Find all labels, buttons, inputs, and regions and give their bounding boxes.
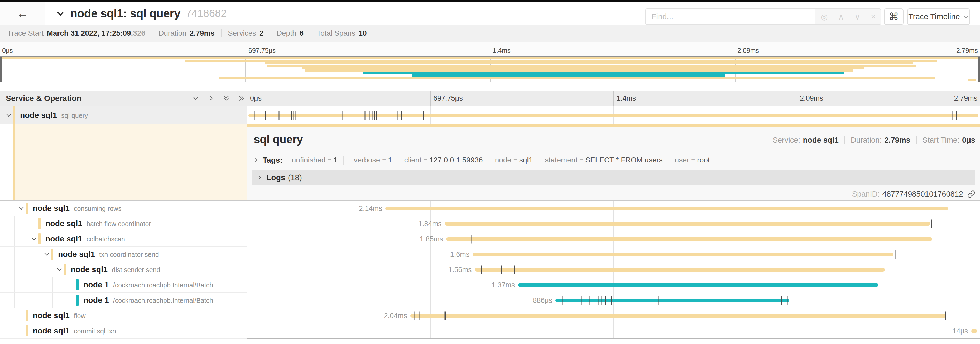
duration-value: 2.79ms xyxy=(189,29,215,37)
span-timeline-cell[interactable]: 2.04ms xyxy=(247,308,980,323)
minimap-left-drag-handle[interactable] xyxy=(0,57,2,82)
collapse-span-chevron-icon[interactable] xyxy=(56,266,63,273)
collapse-span-chevron-icon[interactable] xyxy=(5,112,12,118)
log-event-tick xyxy=(601,296,602,305)
expand-one-icon[interactable] xyxy=(207,94,215,102)
span-bar[interactable] xyxy=(555,299,789,302)
log-event-tick xyxy=(659,296,659,305)
span-name-cell[interactable]: node sql1txn coordinator send xyxy=(0,247,247,262)
tag-equals: = xyxy=(328,157,331,164)
span-row-consuming-rows[interactable]: node sql1consuming rows2.14ms xyxy=(0,201,980,216)
minimap-span-bar xyxy=(968,79,976,82)
time-tick-label: 0μs xyxy=(250,91,262,106)
span-row-sql-query[interactable]: node sql1sql query xyxy=(0,107,980,124)
minimap-tick-label: 1.4ms xyxy=(493,47,511,54)
span-row--cockroach-roachpb-internal-batch[interactable]: node 1/cockroach.roachpb.Internal/Batch8… xyxy=(0,293,980,308)
indent-guide xyxy=(2,323,2,338)
span-name-cell[interactable]: node sql1batch flow coordinator xyxy=(0,216,247,232)
logs-count: (18) xyxy=(288,173,302,182)
back-arrow-icon: ← xyxy=(17,7,28,20)
keyboard-shortcuts-button[interactable]: ⌘ xyxy=(884,8,904,25)
prev-match-icon[interactable]: ∧ xyxy=(838,12,844,21)
tag-list: _unfinished=1_verbose=1client=127.0.0.1:… xyxy=(288,156,710,165)
minimap-span-row xyxy=(0,69,980,72)
collapse-span-chevron-icon[interactable] xyxy=(43,251,50,258)
span-bar[interactable] xyxy=(473,253,894,256)
span-row-txn-coordinator-send[interactable]: node sql1txn coordinator send1.6ms xyxy=(0,247,980,262)
operation-name: flow xyxy=(74,312,86,320)
span-bar[interactable] xyxy=(446,237,932,241)
service-color-bar xyxy=(38,233,41,245)
time-tick-label: 2.79ms xyxy=(954,91,977,106)
match-scope-icon[interactable]: ◎ xyxy=(821,12,827,21)
back-button[interactable]: ← xyxy=(0,2,45,24)
span-row--cockroach-roachpb-internal-batch[interactable]: node 1/cockroach.roachpb.Internal/Batch1… xyxy=(0,277,980,293)
span-bar[interactable] xyxy=(445,222,930,226)
span-name: node sql1colbatchscan xyxy=(45,234,125,243)
collapse-all-icon[interactable] xyxy=(223,94,230,102)
service-name: node sql1 xyxy=(20,111,57,119)
span-duration-label: 2.14ms xyxy=(359,205,382,213)
title-chevron-down-icon[interactable] xyxy=(56,9,65,18)
span-bar[interactable] xyxy=(385,206,948,210)
span-timeline-cell[interactable]: 1.56ms xyxy=(247,262,980,277)
detail-row-highlight xyxy=(13,124,247,200)
next-match-icon[interactable]: ∨ xyxy=(854,12,860,21)
log-event-tick xyxy=(501,266,502,274)
span-timeline-cell[interactable]: 1.6ms xyxy=(247,247,980,262)
span-row-colbatchscan[interactable]: node sql1colbatchscan1.85ms xyxy=(0,232,980,247)
indent-guide xyxy=(40,277,40,292)
tag-equals: = xyxy=(691,157,695,164)
log-event-tick xyxy=(444,312,444,320)
span-timeline-cell[interactable]: 2.14ms xyxy=(247,201,980,216)
span-name-cell[interactable]: node 1/cockroach.roachpb.Internal/Batch xyxy=(0,293,247,308)
clear-find-icon[interactable]: × xyxy=(871,12,875,21)
page-title: node sql1: sql query xyxy=(70,7,180,20)
service-color-bar xyxy=(25,203,28,214)
span-row-batch-flow-coordinator[interactable]: node sql1batch flow coordinator1.84ms xyxy=(0,216,980,232)
deep-link-icon[interactable] xyxy=(967,190,975,198)
span-name-cell[interactable]: node sql1flow xyxy=(0,308,247,323)
collapse-span-chevron-icon[interactable] xyxy=(18,205,25,212)
find-input[interactable] xyxy=(646,9,815,24)
span-name-cell[interactable]: node sql1dist sender send xyxy=(0,262,247,277)
span-name-cell[interactable]: node sql1colbatchscan xyxy=(0,232,247,247)
span-bar[interactable] xyxy=(971,329,977,333)
span-name-cell[interactable]: node 1/cockroach.roachpb.Internal/Batch xyxy=(0,277,247,293)
span-bar[interactable] xyxy=(248,114,979,117)
span-timeline-cell[interactable]: 14μs xyxy=(247,323,980,339)
span-bar[interactable] xyxy=(475,268,885,272)
divider xyxy=(845,136,845,144)
span-timeline-cell[interactable]: 1.37ms xyxy=(247,277,980,293)
span-detail-row: sql query Service: node sql1 Duration: 2… xyxy=(0,124,980,201)
span-bar[interactable] xyxy=(518,283,878,287)
minimap-span-bar xyxy=(2,57,978,59)
span-timeline-cell[interactable]: 1.84ms xyxy=(247,216,980,232)
span-row-dist-sender-send[interactable]: node sql1dist sender send1.56ms xyxy=(0,262,980,277)
span-bar[interactable] xyxy=(410,314,946,318)
span-row-flow[interactable]: node sql1flow2.04ms xyxy=(0,308,980,323)
span-name-cell[interactable]: node sql1consuming rows xyxy=(0,201,247,216)
trace-timeline-dropdown[interactable]: Trace Timeline xyxy=(907,8,970,25)
span-duration-label: 1.6ms xyxy=(450,250,470,259)
tag-key: node xyxy=(495,156,511,164)
service-color-bar xyxy=(25,325,28,336)
collapse-span-chevron-icon[interactable] xyxy=(30,235,37,242)
tags-accordion[interactable]: Tags: _unfinished=1_verbose=1client=127.… xyxy=(253,154,710,166)
logs-accordion[interactable]: Logs (18) xyxy=(252,170,975,185)
minimap-canvas[interactable] xyxy=(0,56,980,82)
tag-value: 127.0.0.1:59936 xyxy=(430,156,483,164)
span-timeline-cell[interactable]: 886μs xyxy=(247,293,980,308)
operation-name: dist sender send xyxy=(112,266,160,274)
span-name-cell[interactable]: node sql1commit sql txn xyxy=(0,323,247,339)
collapse-one-icon[interactable] xyxy=(192,94,199,102)
span-name-cell[interactable]: node sql1sql query xyxy=(0,107,247,124)
service-color-bar xyxy=(76,294,79,306)
span-duration-label: 886μs xyxy=(533,296,552,305)
minimap-right-drag-handle[interactable] xyxy=(978,57,980,82)
span-timeline-cell[interactable]: 1.85ms xyxy=(247,232,980,247)
column-resize-handle[interactable] xyxy=(244,94,248,103)
span-row-commit-sql-txn[interactable]: node sql1commit sql txn14μs xyxy=(0,323,980,339)
span-timeline-cell[interactable] xyxy=(247,107,980,124)
minimap-tick-label: 0μs xyxy=(2,47,13,54)
